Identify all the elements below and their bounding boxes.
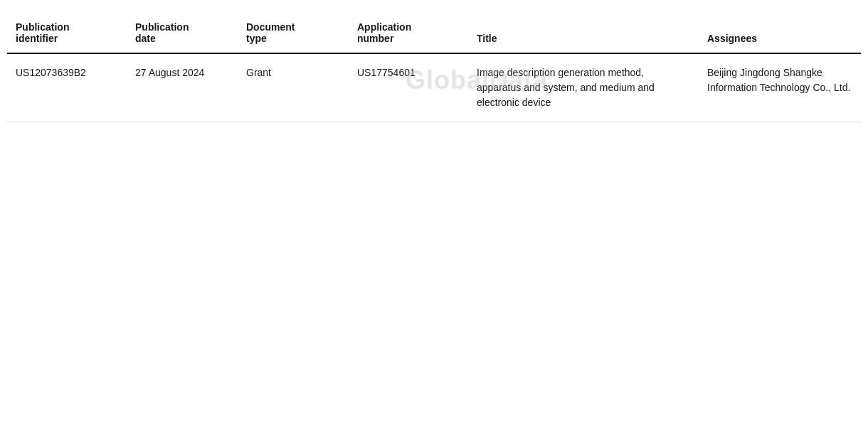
- col-header-assignees: Assignees: [699, 14, 861, 53]
- table-header-row: Publicationidentifier Publicationdate Do…: [7, 14, 861, 53]
- cell-app_num: US17754601: [349, 53, 468, 122]
- col-header-title: Title: [468, 14, 699, 53]
- cell-doc_type: Grant: [238, 53, 349, 122]
- col-header-pub-date: Publicationdate: [127, 14, 238, 53]
- table-container: GlobalData Publicationidentifier Publica…: [0, 0, 868, 137]
- cell-pub_date: 27 August 2024: [127, 53, 238, 122]
- table-row: US12073639B227 August 2024GrantUS1775460…: [7, 53, 861, 122]
- col-header-pub-id: Publicationidentifier: [7, 14, 127, 53]
- cell-assignees: Beijing Jingdong Shangke Information Tec…: [699, 53, 861, 122]
- col-header-app-num: Applicationnumber: [349, 14, 468, 53]
- cell-title: Image description generation method, app…: [468, 53, 699, 122]
- data-table: Publicationidentifier Publicationdate Do…: [7, 14, 861, 122]
- cell-pub_id: US12073639B2: [7, 53, 127, 122]
- col-header-doc-type: Documenttype: [238, 14, 349, 53]
